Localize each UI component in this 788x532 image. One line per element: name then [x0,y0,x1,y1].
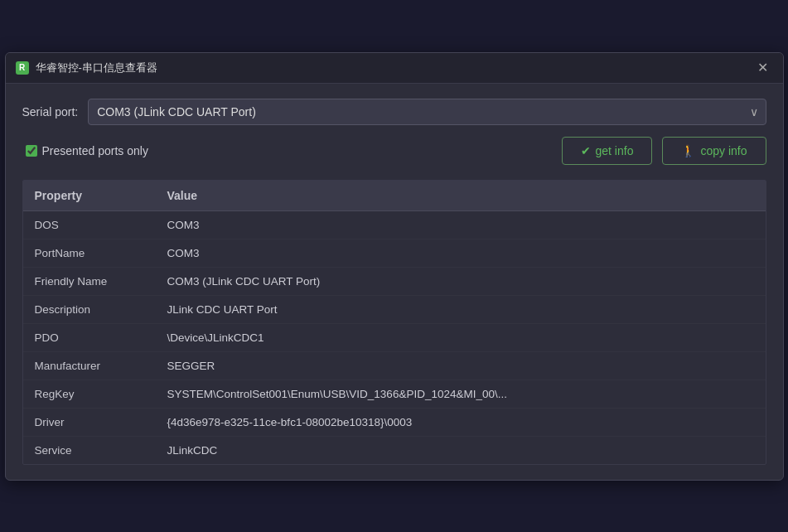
value-cell: SEGGER [156,351,766,380]
window-title: 华睿智控-串口信息查看器 [36,60,157,75]
serial-port-select[interactable]: COM3 (JLink CDC UART Port) [88,99,766,125]
property-cell: Description [23,295,156,323]
value-cell: COM3 (JLink CDC UART Port) [156,267,766,295]
table-row: RegKeySYSTEM\ControlSet001\Enum\USB\VID_… [23,380,766,408]
value-cell: SYSTEM\ControlSet001\Enum\USB\VID_1366&P… [156,380,766,408]
presented-ports-checkbox[interactable] [26,145,37,157]
property-cell: Driver [23,408,156,436]
info-table: Property Value DOSCOM3PortNameCOM3Friend… [23,181,766,464]
table-row: ServiceJLinkCDC [23,436,766,464]
property-cell: DOS [23,210,156,239]
property-cell: Friendly Name [23,267,156,295]
copy-info-button[interactable]: 🚶 copy info [662,137,766,165]
table-body: DOSCOM3PortNameCOM3Friendly NameCOM3 (JL… [23,210,766,464]
property-cell: Manufacturer [23,351,156,380]
table-row: Friendly NameCOM3 (JLink CDC UART Port) [23,267,766,295]
serial-port-select-wrapper: COM3 (JLink CDC UART Port) ∨ [88,99,766,125]
property-cell: PDO [23,323,156,351]
get-info-label: get info [596,144,634,157]
value-cell: JLink CDC UART Port [156,295,766,323]
table-row: DOSCOM3 [23,210,766,239]
table-header-row: Property Value [23,181,766,211]
value-cell: COM3 [156,210,766,239]
table-row: ManufacturerSEGGER [23,351,766,380]
value-cell: COM3 [156,239,766,267]
serial-port-row: Serial port: COM3 (JLink CDC UART Port) … [22,99,766,125]
value-cell: \Device\JLinkCDC1 [156,323,766,351]
table-row: PortNameCOM3 [23,239,766,267]
table-row: PDO\Device\JLinkCDC1 [23,323,766,351]
main-window: R 华睿智控-串口信息查看器 ✕ Serial port: COM3 (JLin… [5,52,784,481]
table-row: Driver{4d36e978-e325-11ce-bfc1-08002be10… [23,408,766,436]
table-header: Property Value [23,181,766,211]
property-cell: PortName [23,239,156,267]
column-property: Property [23,181,156,211]
get-info-button[interactable]: ✔ get info [562,137,653,165]
property-cell: Service [23,436,156,464]
close-button[interactable]: ✕ [752,60,773,76]
get-info-icon: ✔ [581,144,591,157]
title-bar: R 华睿智控-串口信息查看器 ✕ [6,53,783,84]
info-table-container: Property Value DOSCOM3PortNameCOM3Friend… [22,180,766,465]
checkbox-text: Presented ports only [42,144,148,157]
copy-info-icon: 🚶 [681,144,695,157]
presented-ports-checkbox-label[interactable]: Presented ports only [26,144,148,157]
serial-port-label: Serial port: [22,105,79,118]
copy-info-label: copy info [700,144,747,157]
app-icon: R [16,61,29,75]
table-row: DescriptionJLink CDC UART Port [23,295,766,323]
title-bar-left: R 华睿智控-串口信息查看器 [16,60,157,75]
column-value: Value [156,181,766,211]
value-cell: JLinkCDC [156,436,766,464]
options-row: Presented ports only ✔ get info 🚶 copy i… [26,137,766,165]
value-cell: {4d36e978-e325-11ce-bfc1-08002be10318}\0… [156,408,766,436]
button-group: ✔ get info 🚶 copy info [562,137,766,165]
property-cell: RegKey [23,380,156,408]
content-area: Serial port: COM3 (JLink CDC UART Port) … [6,84,783,480]
